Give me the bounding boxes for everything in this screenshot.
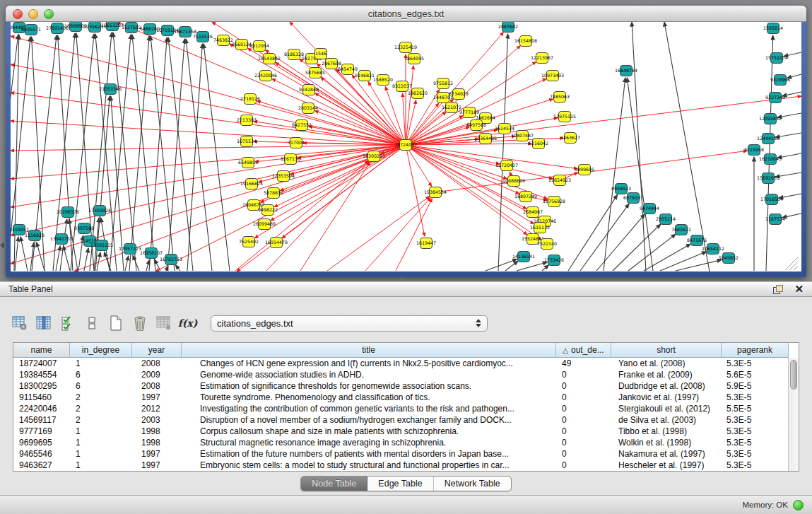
scrollbar-thumb[interactable]	[790, 360, 797, 390]
network-node[interactable]: 10653287	[101, 22, 124, 31]
network-node[interactable]: 19166825	[240, 179, 263, 189]
network-node[interactable]: 6879197	[623, 193, 643, 204]
network-node[interactable]: 16782753	[160, 255, 182, 265]
function-builder-button[interactable]: f(x)	[178, 314, 197, 333]
close-panel-icon[interactable]: ✕	[794, 284, 804, 294]
column-header-in_degree[interactable]: in_degree	[70, 343, 132, 358]
table-row[interactable]: 969969511998Structural magnetic resonanc…	[13, 437, 789, 448]
network-node[interactable]: 12444158	[757, 134, 779, 144]
network-node[interactable]: 12093832	[759, 114, 782, 124]
network-node[interactable]: 12325419	[394, 42, 417, 53]
network-node[interactable]: 20364486	[474, 134, 497, 144]
network-node[interactable]: 5875685	[305, 68, 325, 78]
network-node[interactable]: 317004	[288, 138, 305, 148]
network-node[interactable]: 7485063	[550, 92, 570, 103]
network-node[interactable]: 2955114	[656, 214, 676, 225]
network-node[interactable]: 9755812	[433, 78, 453, 89]
new-document-button[interactable]	[106, 314, 125, 333]
network-node[interactable]: 3624534	[495, 124, 514, 134]
network-node[interactable]: 8322037	[392, 81, 412, 92]
window-titlebar[interactable]: citations_edges.txt	[6, 6, 806, 22]
float-panel-icon[interactable]	[773, 285, 783, 294]
tab-edge-table[interactable]: Edge Table	[367, 477, 433, 491]
column-header-year[interactable]: year	[132, 343, 182, 358]
network-node[interactable]: 1167534	[765, 214, 785, 225]
network-node[interactable]: 8186328	[284, 49, 304, 60]
import-table-button-disabled[interactable]	[154, 314, 173, 333]
column-header-pagerank[interactable]: pagerank	[722, 343, 789, 358]
network-node[interactable]: 15720407	[495, 160, 518, 171]
minimize-window-button[interactable]	[28, 9, 38, 19]
network-node[interactable]: 19384554	[424, 187, 447, 198]
network-node[interactable]: 2087682	[498, 22, 518, 33]
network-node[interactable]: 7625402	[239, 237, 259, 247]
table-settings-button[interactable]	[10, 314, 29, 333]
network-node[interactable]: 2803144	[298, 103, 318, 114]
network-node[interactable]: 8427552	[292, 120, 312, 131]
network-node[interactable]: 9245652	[719, 253, 739, 264]
table-select[interactable]: citations_edges.txt	[211, 315, 488, 332]
network-node[interactable]: 12213967	[531, 53, 553, 64]
tab-network-table[interactable]: Network Table	[434, 477, 511, 491]
network-node[interactable]: 16210643	[759, 154, 782, 165]
network-node[interactable]: 13942757	[50, 234, 73, 245]
network-node[interactable]: 1595814	[763, 23, 783, 34]
column-header-name[interactable]: name	[13, 343, 70, 358]
memory-status-icon[interactable]	[793, 500, 804, 510]
network-node[interactable]: 1962620	[408, 88, 428, 99]
network-node[interactable]: 19756928	[543, 197, 565, 207]
network-node[interactable]: 16914479	[265, 238, 288, 248]
column-header-short[interactable]: short	[611, 343, 722, 358]
network-node[interactable]: 8958923	[611, 184, 631, 194]
table-row[interactable]: 911546021997Tourette syndrome. Phenomeno…	[13, 392, 789, 403]
table-mode-button[interactable]	[82, 314, 101, 333]
network-node[interactable]: 10688609	[502, 176, 525, 187]
table-row[interactable]: 977716911998Corpus callosum shape and si…	[13, 426, 789, 437]
network-node[interactable]: 8215958	[744, 145, 764, 156]
table-row[interactable]: 946362711997Embryonic stem cells: a mode…	[13, 460, 789, 471]
table-row[interactable]: 1938455462009Genome-wide association stu…	[13, 369, 789, 380]
network-node[interactable]: 9329966	[770, 75, 790, 86]
resize-grip-icon[interactable]	[785, 257, 798, 270]
table-row[interactable]: 2242004622012Investigating the contribut…	[13, 403, 789, 414]
network-node[interactable]: 2718126	[240, 94, 260, 105]
vertical-scrollbar[interactable]	[788, 358, 799, 471]
network-node[interactable]: 1546	[315, 49, 327, 59]
network-node[interactable]: 12353594	[272, 171, 295, 182]
network-node[interactable]: 17016504	[760, 194, 783, 205]
network-node[interactable]: 7682621	[671, 225, 691, 235]
column-header-out_de[interactable]: △out_de...	[556, 343, 611, 358]
table-row[interactable]: 1830029562008Estimation of significance …	[13, 380, 789, 392]
network-node[interactable]: 15751074	[765, 53, 788, 64]
close-window-button[interactable]	[13, 9, 23, 19]
network-node[interactable]: 5878832	[264, 188, 283, 199]
delete-rows-button[interactable]	[130, 314, 149, 333]
panel-collapse-arrow-icon[interactable]	[0, 242, 4, 249]
network-node[interactable]: 2213383	[237, 115, 257, 126]
node-label: 5875685	[305, 70, 325, 75]
network-node[interactable]: 1733426	[544, 255, 564, 266]
network-node[interactable]: 17359928	[88, 206, 111, 216]
network-node[interactable]: 1864095	[404, 54, 424, 64]
network-canvas[interactable]: 1872400718300295193845543912954185438622…	[11, 22, 801, 271]
network-node[interactable]: 1588520	[373, 75, 393, 86]
show-columns-button[interactable]	[34, 314, 53, 333]
column-header-title[interactable]: title	[182, 343, 556, 358]
network-node[interactable]: 1619447	[416, 238, 436, 249]
network-node[interactable]: 9227349	[765, 93, 785, 103]
table-row[interactable]: 1872400712008Changes of HCN gene express…	[13, 358, 789, 369]
network-node[interactable]: 9463627	[560, 133, 580, 144]
zoom-window-button[interactable]	[44, 9, 54, 19]
table-row[interactable]: 1456911722003Disruption of a novel membe…	[13, 414, 789, 426]
network-node[interactable]: 14136141	[512, 252, 535, 262]
network-node[interactable]: 9146821	[355, 71, 375, 81]
network-node[interactable]: 15692951	[757, 173, 779, 184]
network-node[interactable]: 8660124	[232, 40, 252, 50]
network-node[interactable]: 3912954	[249, 41, 269, 52]
network-node[interactable]: 16154808	[514, 36, 537, 47]
table-row[interactable]: 946554611997Estimation of the future num…	[13, 448, 789, 460]
tab-node-table[interactable]: Node Table	[301, 477, 367, 491]
network-node[interactable]: 12975115	[553, 112, 576, 122]
network-node[interactable]: 1075534	[237, 136, 257, 147]
select-rows-button[interactable]	[58, 314, 77, 333]
